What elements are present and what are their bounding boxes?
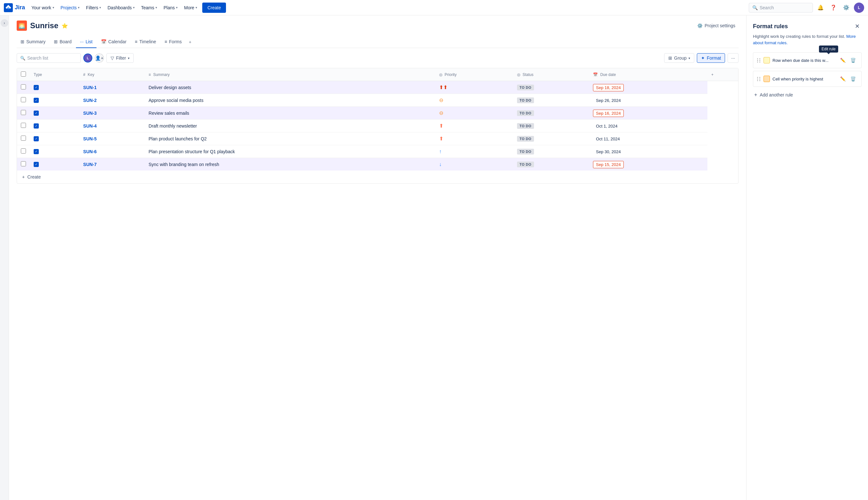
- edit-rule-2-button[interactable]: ✏️: [838, 75, 847, 83]
- type-cell: [30, 145, 80, 158]
- assignee-filter-avatar[interactable]: L: [83, 54, 92, 62]
- due-date-cell: Sep 18, 2024: [593, 84, 624, 91]
- priority-cell: ⬆: [435, 120, 513, 132]
- format-rules-panel: Format rules ✕ Highlight work by creatin…: [746, 15, 868, 500]
- summary-icon: ⊞: [21, 39, 24, 44]
- jira-logo[interactable]: Jira: [4, 3, 25, 12]
- due-date-cell-wrap: Sep 16, 2024: [589, 107, 707, 120]
- issue-key-SUN-5[interactable]: SUN-5: [83, 136, 97, 141]
- tab-timeline[interactable]: ≡ Timeline: [131, 36, 160, 48]
- add-column-button[interactable]: +: [707, 68, 738, 81]
- filter-button[interactable]: ▽ Filter ▾: [106, 53, 134, 63]
- row-checkbox-5[interactable]: [21, 148, 26, 154]
- issue-key-SUN-1[interactable]: SUN-1: [83, 85, 97, 90]
- add-tab-button[interactable]: +: [186, 37, 194, 47]
- due-date-cell-wrap: Oct 11, 2024: [589, 132, 707, 145]
- row-checkbox-4[interactable]: [21, 136, 26, 141]
- select-all-checkbox[interactable]: [21, 71, 26, 77]
- issue-key-SUN-4[interactable]: SUN-4: [83, 123, 97, 128]
- create-issue-button[interactable]: + Create: [17, 171, 738, 183]
- nav-more[interactable]: More ▾: [181, 3, 200, 12]
- priority-icon: ⬆: [439, 123, 443, 128]
- notifications-button[interactable]: 🔔: [815, 2, 826, 13]
- edit-rule-1-button[interactable]: ✏️: [838, 56, 847, 65]
- global-search[interactable]: 🔍 Search: [749, 3, 813, 12]
- summary-cell: Plan product launches for Q2: [145, 132, 435, 145]
- chevron-icon: ▾: [53, 6, 54, 9]
- priority-icon: ⊖: [439, 110, 443, 116]
- issue-key-SUN-3[interactable]: SUN-3: [83, 111, 97, 116]
- nav-your-work[interactable]: Your work ▾: [29, 3, 57, 12]
- due-date-cell-wrap: Oct 1, 2024: [589, 120, 707, 132]
- tab-list[interactable]: ··· List: [76, 36, 96, 48]
- add-people-button[interactable]: 👤+: [95, 54, 104, 62]
- project-title-area: 🌅 Sunrise ⭐: [17, 21, 68, 31]
- project-settings-button[interactable]: ⚙️ Project settings: [694, 21, 739, 30]
- col-status: ◎ Status: [513, 68, 589, 81]
- row-checkbox-0[interactable]: [21, 84, 26, 89]
- summary-cell: Approve social media posts: [145, 94, 435, 107]
- key-cell: SUN-1: [80, 81, 145, 94]
- row-checkbox-2[interactable]: [21, 110, 26, 115]
- tab-calendar[interactable]: 📅 Calendar: [97, 36, 130, 48]
- issue-key-SUN-7[interactable]: SUN-7: [83, 162, 97, 167]
- drag-handle-1[interactable]: [757, 58, 761, 62]
- due-date-cell: Oct 11, 2024: [593, 135, 623, 143]
- format-button[interactable]: ✦ Format: [697, 53, 725, 63]
- delete-rule-2-button[interactable]: 🗑️: [848, 75, 857, 83]
- priority-cell: ⬆⬆: [435, 81, 513, 94]
- row-checkbox-1[interactable]: [21, 97, 26, 102]
- nav-plans[interactable]: Plans ▾: [161, 3, 180, 12]
- delete-rule-1-button[interactable]: 🗑️: [848, 56, 857, 65]
- search-list-field[interactable]: [27, 55, 77, 60]
- more-options-button[interactable]: ···: [728, 53, 739, 63]
- group-button[interactable]: ⊞ Group ▾: [664, 53, 694, 63]
- status-cell: TO DO: [513, 81, 589, 94]
- col-type: Type: [30, 68, 80, 81]
- close-format-panel-button[interactable]: ✕: [853, 22, 861, 31]
- format-panel-header: Format rules ✕: [753, 22, 861, 31]
- due-date-cell-wrap: Sep 18, 2024: [589, 81, 707, 94]
- due-date-cell: Sep 26, 2024: [593, 97, 624, 104]
- issues-table: Type # Key ≡ Summary: [17, 68, 739, 184]
- timeline-icon: ≡: [135, 39, 137, 44]
- status-badge: TO DO: [517, 161, 534, 167]
- type-cell: [30, 107, 80, 120]
- priority-cell: ⊖: [435, 107, 513, 120]
- rule-color-2: [764, 76, 770, 82]
- nav-dashboards[interactable]: Dashboards ▾: [105, 3, 137, 12]
- project-header: 🌅 Sunrise ⭐ ⚙️ Project settings: [17, 21, 739, 31]
- filter-icon: ▽: [111, 55, 114, 60]
- type-cell: [30, 81, 80, 94]
- create-button[interactable]: Create: [202, 2, 226, 13]
- search-list-input[interactable]: 🔍: [17, 53, 81, 63]
- sidebar-toggle[interactable]: ›: [0, 15, 9, 500]
- task-type-icon: [34, 162, 39, 167]
- nav-teams[interactable]: Teams ▾: [138, 3, 160, 12]
- drag-handle-2[interactable]: [757, 77, 761, 81]
- row-checkbox-3[interactable]: [21, 123, 26, 128]
- issue-key-SUN-2[interactable]: SUN-2: [83, 98, 97, 103]
- tab-board[interactable]: ⊞ Board: [50, 36, 75, 48]
- user-avatar[interactable]: L: [854, 2, 864, 13]
- due-date-cell: Oct 1, 2024: [593, 123, 620, 130]
- issue-key-SUN-6[interactable]: SUN-6: [83, 149, 97, 154]
- add-rule-button[interactable]: + Add another rule: [753, 89, 861, 100]
- row-checkbox-6[interactable]: [21, 161, 26, 166]
- group-icon: ⊞: [668, 55, 672, 60]
- nav-projects[interactable]: Projects ▾: [58, 3, 82, 12]
- status-badge: TO DO: [517, 149, 534, 155]
- tab-summary[interactable]: ⊞ Summary: [17, 36, 49, 48]
- search-icon: 🔍: [752, 5, 758, 10]
- tab-forms[interactable]: ≡ Forms: [161, 36, 186, 48]
- chevron-down-icon: ▾: [688, 56, 690, 60]
- star-icon[interactable]: ⭐: [61, 23, 68, 29]
- settings-button[interactable]: ⚙️: [841, 2, 851, 13]
- nav-filters[interactable]: Filters ▾: [83, 3, 104, 12]
- help-button[interactable]: ❓: [828, 2, 838, 13]
- chevron-icon: ▾: [156, 6, 157, 9]
- collapse-sidebar-button[interactable]: ›: [1, 19, 8, 27]
- priority-icon: ⊖: [439, 98, 443, 103]
- priority-icon: ↑: [439, 149, 442, 154]
- task-type-icon: [34, 85, 39, 90]
